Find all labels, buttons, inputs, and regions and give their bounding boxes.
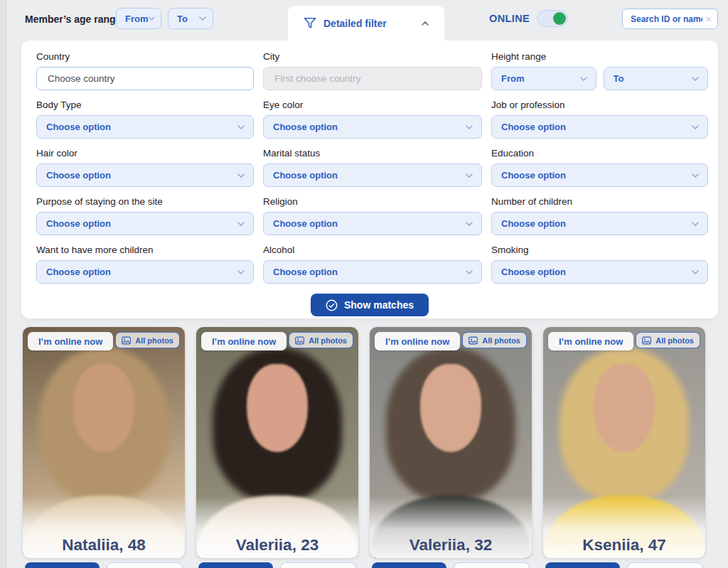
card-action-secondary[interactable]	[454, 562, 530, 568]
field-children-count: Number of children Choose option	[491, 196, 708, 235]
topbar: Member’s age range From To Detailed filt…	[0, 0, 728, 41]
profile-name: Valeriia, 32	[370, 536, 532, 554]
more-children-select[interactable]: Choose option	[36, 260, 254, 284]
search-input[interactable]	[631, 14, 702, 24]
card-action-secondary[interactable]	[280, 562, 356, 568]
body-type-select[interactable]: Choose option	[36, 115, 254, 139]
field-marital-status: Marital status Choose option	[263, 148, 482, 187]
chevron-down-icon	[237, 222, 245, 226]
job-select[interactable]: Choose option	[491, 115, 708, 139]
chevron-down-icon	[692, 77, 699, 81]
height-from-select[interactable]: From	[491, 67, 596, 90]
card-actions	[370, 558, 532, 568]
chevron-down-icon	[237, 270, 245, 274]
online-now-badge: I’m online now	[375, 332, 460, 350]
field-purpose: Purpose of staying on the site Choose op…	[36, 196, 254, 235]
all-photos-button[interactable]: All photos	[289, 332, 353, 348]
card-actions	[23, 558, 185, 568]
online-toggle[interactable]	[537, 10, 568, 27]
smoking-label: Smoking	[491, 245, 708, 255]
online-label: ONLINE	[489, 13, 530, 24]
clear-search-icon[interactable]: ×	[702, 14, 712, 24]
field-hair-color: Hair color Choose option	[36, 148, 254, 187]
profile-photo[interactable]: I’m online now All photos Nataliia, 48	[23, 327, 185, 558]
religion-label: Religion	[263, 196, 482, 207]
field-country: Country	[36, 51, 254, 90]
height-to-select[interactable]: To	[604, 67, 709, 90]
chevron-up-icon	[422, 21, 429, 26]
profile-name: Nataliia, 48	[23, 536, 185, 554]
country-label: Country	[36, 51, 254, 62]
chevron-down-icon	[692, 222, 699, 226]
profile-name: Valeriia, 23	[196, 536, 358, 554]
toggle-knob	[553, 12, 566, 25]
profile-card: I’m online now All photos Nataliia, 48	[23, 327, 185, 568]
profile-card: I’m online now All photos Kseniia, 47	[543, 327, 705, 568]
age-to-select[interactable]: To	[168, 8, 213, 29]
age-to-value: To	[177, 14, 188, 24]
all-photos-button[interactable]: All photos	[462, 332, 527, 348]
card-action-secondary[interactable]	[627, 562, 703, 568]
card-action-primary[interactable]	[372, 562, 446, 568]
profile-name: Kseniia, 47	[543, 536, 705, 554]
chevron-down-icon	[199, 16, 206, 21]
job-label: Job or profession	[491, 100, 708, 110]
eye-color-select[interactable]: Choose option	[263, 115, 482, 139]
show-matches-button[interactable]: Show matches	[311, 294, 429, 316]
purpose-select[interactable]: Choose option	[36, 212, 254, 235]
children-count-label: Number of children	[491, 196, 708, 207]
photo-face	[594, 364, 655, 452]
online-now-badge: I’m online now	[548, 332, 633, 350]
funnel-icon	[304, 17, 316, 29]
chevron-down-icon	[466, 125, 473, 129]
chevron-down-icon	[692, 270, 699, 274]
profile-card: I’m online now All photos Valeriia, 23	[196, 327, 358, 568]
marital-status-select[interactable]: Choose option	[263, 164, 482, 187]
chevron-down-icon	[466, 173, 473, 178]
photo-face	[420, 364, 482, 452]
detailed-filter-label: Detailed filter	[323, 18, 387, 29]
profile-photo[interactable]: I’m online now All photos Kseniia, 47	[543, 327, 705, 558]
field-eye-color: Eye color Choose option	[263, 100, 482, 139]
religion-select[interactable]: Choose option	[263, 212, 482, 235]
chevron-down-icon	[692, 125, 699, 129]
photo-icon	[642, 336, 651, 345]
card-action-secondary[interactable]	[107, 562, 183, 568]
profile-photo[interactable]: I’m online now All photos Valeriia, 32	[370, 327, 532, 558]
chevron-down-icon	[580, 77, 587, 81]
card-action-primary[interactable]	[25, 562, 100, 568]
field-height-range: Height range From To	[491, 51, 708, 90]
education-select[interactable]: Choose option	[491, 164, 708, 187]
profile-photo[interactable]: I’m online now All photos Valeriia, 23	[196, 327, 358, 558]
photo-face	[73, 364, 135, 452]
chevron-down-icon	[237, 173, 245, 178]
age-from-select[interactable]: From	[116, 8, 161, 29]
all-photos-button[interactable]: All photos	[636, 332, 700, 348]
photo-face	[247, 364, 309, 452]
card-action-primary[interactable]	[198, 562, 273, 568]
photo-icon	[122, 336, 131, 345]
height-range-label: Height range	[491, 51, 708, 62]
photo-icon	[469, 336, 478, 345]
card-action-primary[interactable]	[545, 562, 620, 568]
city-label: City	[263, 51, 482, 62]
hair-color-label: Hair color	[36, 148, 254, 159]
detailed-filter-toggle[interactable]: Detailed filter	[288, 6, 444, 41]
alcohol-select[interactable]: Choose option	[263, 260, 482, 284]
body-type-label: Body Type	[36, 100, 254, 110]
field-city: City	[263, 51, 482, 90]
age-range-label: Member’s age range	[25, 14, 121, 25]
city-input	[263, 67, 482, 90]
online-now-badge: I’m online now	[28, 332, 113, 350]
chevron-down-icon	[692, 173, 699, 178]
card-actions	[196, 558, 358, 568]
card-actions	[543, 558, 705, 568]
hair-color-select[interactable]: Choose option	[36, 164, 254, 187]
check-circle-icon	[326, 299, 338, 311]
all-photos-button[interactable]: All photos	[115, 332, 180, 348]
field-alcohol: Alcohol Choose option	[263, 245, 482, 284]
country-input[interactable]	[36, 67, 254, 90]
marital-status-label: Marital status	[263, 148, 482, 159]
smoking-select[interactable]: Choose option	[491, 260, 708, 284]
children-count-select[interactable]: Choose option	[491, 212, 708, 235]
